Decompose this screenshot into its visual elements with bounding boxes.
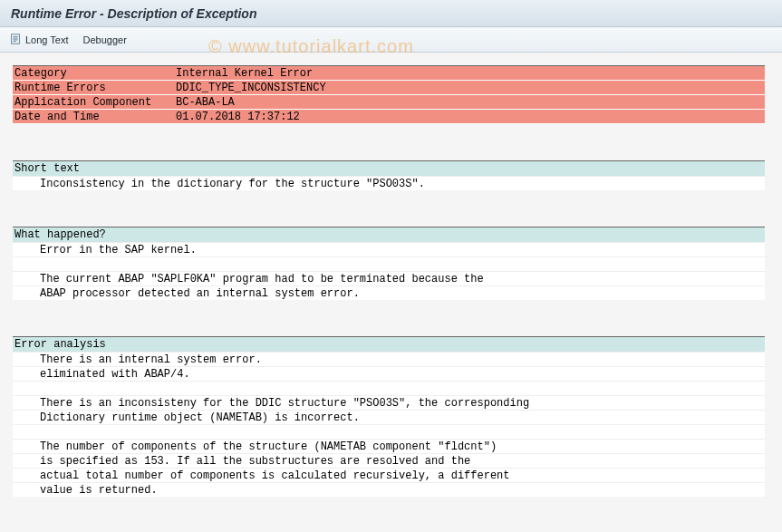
- section-line: Error in the SAP kernel.: [13, 242, 765, 256]
- section-body: There is an internal system error.elimin…: [13, 352, 765, 497]
- section-line: The current ABAP "SAPLF0KA" program had …: [13, 271, 765, 285]
- toolbar: Long Text Debugger: [0, 27, 782, 53]
- section-line: [13, 256, 765, 271]
- section-line: There is an internal system error.: [13, 352, 765, 366]
- svg-rect-0: [12, 34, 20, 44]
- section-line: Inconsistency in the dictionary for the …: [13, 176, 765, 190]
- section-line: value is returned.: [13, 482, 765, 497]
- header-label: Application Component: [13, 95, 176, 109]
- header-row: Runtime ErrorsDDIC_TYPE_INCONSISTENCY: [13, 81, 765, 95]
- long-text-label: Long Text: [25, 34, 69, 45]
- section-header: Error analysis: [13, 337, 765, 352]
- header-label: Category: [13, 66, 176, 80]
- section-body: Error in the SAP kernel.The current ABAP…: [13, 242, 765, 300]
- header-row: CategoryInternal Kernel Error: [13, 66, 765, 81]
- section-line: Dictionary runtime object (NAMETAB) is i…: [13, 410, 765, 424]
- header-label: Date and Time: [13, 110, 176, 123]
- header-value: Internal Kernel Error: [176, 66, 765, 80]
- title-bar: Runtime Error - Description of Exception: [0, 0, 782, 27]
- header-value: DDIC_TYPE_INCONSISTENCY: [176, 81, 765, 94]
- section-line: is specified as 153. If all the substruc…: [13, 453, 765, 468]
- section-body: Inconsistency in the dictionary for the …: [13, 176, 765, 190]
- debugger-button[interactable]: Debugger: [83, 34, 127, 45]
- section-line: actual total number of components is cal…: [13, 468, 765, 482]
- page-title: Runtime Error - Description of Exception: [11, 6, 256, 21]
- header-value: BC-ABA-LA: [176, 95, 765, 109]
- section: What happened?Error in the SAP kernel.Th…: [13, 227, 765, 300]
- document-icon: [9, 33, 22, 47]
- section-header: Short text: [13, 161, 765, 176]
- section-line: The number of components of the structur…: [13, 439, 765, 453]
- section-header: What happened?: [13, 227, 765, 242]
- section-line: eliminated with ABAP/4.: [13, 366, 765, 381]
- debugger-label: Debugger: [83, 34, 127, 45]
- section: Short textInconsistency in the dictionar…: [13, 160, 765, 190]
- section-line: ABAP processor detected an internal syst…: [13, 285, 765, 300]
- error-header-table: CategoryInternal Kernel ErrorRuntime Err…: [13, 65, 765, 124]
- section-line: There is an inconsisteny for the DDIC st…: [13, 395, 765, 410]
- long-text-button[interactable]: Long Text: [9, 33, 69, 47]
- header-label: Runtime Errors: [13, 81, 176, 94]
- header-row: Date and Time01.07.2018 17:37:12: [13, 110, 765, 124]
- header-value: 01.07.2018 17:37:12: [176, 110, 765, 123]
- section-line: [13, 381, 765, 395]
- section: Error analysisThere is an internal syste…: [13, 336, 765, 497]
- header-row: Application ComponentBC-ABA-LA: [13, 95, 765, 110]
- section-line: [13, 424, 765, 439]
- content-area: CategoryInternal Kernel ErrorRuntime Err…: [0, 53, 782, 497]
